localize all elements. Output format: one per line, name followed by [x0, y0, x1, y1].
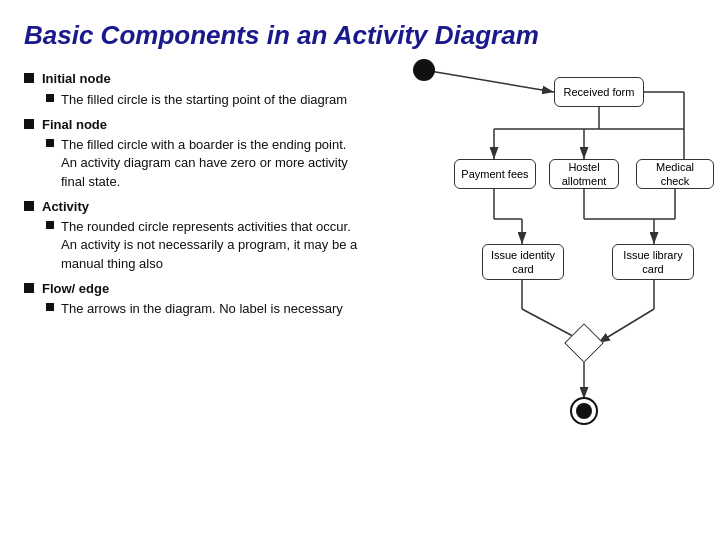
hostel-allotment-node: Hostel allotment — [549, 159, 619, 189]
left-panel: Initial node The filled circle is the st… — [24, 69, 364, 479]
bullet-activity: Activity The rounded circle represents a… — [24, 197, 364, 273]
sub-square-1 — [46, 94, 54, 102]
bullet-content-4: Flow/ edge The arrows in the diagram. No… — [42, 279, 364, 319]
bullet-square-4 — [24, 283, 34, 293]
hostel-allotment-label: Hostel allotment — [562, 160, 607, 189]
bullet-flow-edge: Flow/ edge The arrows in the diagram. No… — [24, 279, 364, 319]
bullet-square-1 — [24, 73, 34, 83]
issue-identity-label: Issue identity card — [491, 248, 555, 277]
initial-node-sub-text: The filled circle is the starting point … — [61, 91, 347, 109]
bullet-square-2 — [24, 119, 34, 129]
issue-library-label: Issue library card — [623, 248, 682, 277]
sub-square-3 — [46, 221, 54, 229]
final-node-title: Final node — [42, 115, 364, 135]
flow-edge-title: Flow/ edge — [42, 279, 364, 299]
page: Basic Components in an Activity Diagram … — [0, 0, 720, 540]
bullet-content-2: Final node The filled circle with a boar… — [42, 115, 364, 191]
svg-line-1 — [424, 70, 554, 92]
content-area: Initial node The filled circle is the st… — [24, 69, 696, 479]
payment-fees-node: Payment fees — [454, 159, 536, 189]
medical-check-node: Medical check — [636, 159, 714, 189]
svg-line-19 — [598, 309, 654, 343]
diamond-node — [564, 323, 604, 363]
initial-node-shape — [413, 59, 435, 81]
bullet-content-3: Activity The rounded circle represents a… — [42, 197, 364, 273]
page-title: Basic Components in an Activity Diagram — [24, 20, 696, 51]
received-form-label: Received form — [564, 85, 635, 99]
bullet-content-1: Initial node The filled circle is the st… — [42, 69, 364, 109]
sub-square-2 — [46, 139, 54, 147]
issue-identity-node: Issue identity card — [482, 244, 564, 280]
received-form-node: Received form — [554, 77, 644, 107]
flow-edge-sub: The arrows in the diagram. No label is n… — [42, 300, 364, 318]
bullet-initial-node: Initial node The filled circle is the st… — [24, 69, 364, 109]
activity-diagram: Received form Payment fees Hostel allotm… — [374, 59, 714, 479]
bullet-square-3 — [24, 201, 34, 211]
final-node-sub: The filled circle with a boarder is the … — [42, 136, 364, 191]
diagram-panel: Received form Payment fees Hostel allotm… — [374, 69, 714, 479]
initial-node-title: Initial node — [42, 69, 364, 89]
activity-sub: The rounded circle represents activities… — [42, 218, 364, 273]
flow-edge-sub-text: The arrows in the diagram. No label is n… — [61, 300, 343, 318]
bullet-final-node: Final node The filled circle with a boar… — [24, 115, 364, 191]
activity-title: Activity — [42, 197, 364, 217]
medical-check-label: Medical check — [642, 160, 708, 189]
final-node-inner — [576, 403, 592, 419]
payment-fees-label: Payment fees — [461, 167, 528, 181]
sub-square-4 — [46, 303, 54, 311]
final-node-sub-text: The filled circle with a boarder is the … — [61, 136, 364, 191]
final-node-shape — [570, 397, 598, 425]
initial-node-sub: The filled circle is the starting point … — [42, 91, 364, 109]
activity-sub-text: The rounded circle represents activities… — [61, 218, 364, 273]
issue-library-node: Issue library card — [612, 244, 694, 280]
